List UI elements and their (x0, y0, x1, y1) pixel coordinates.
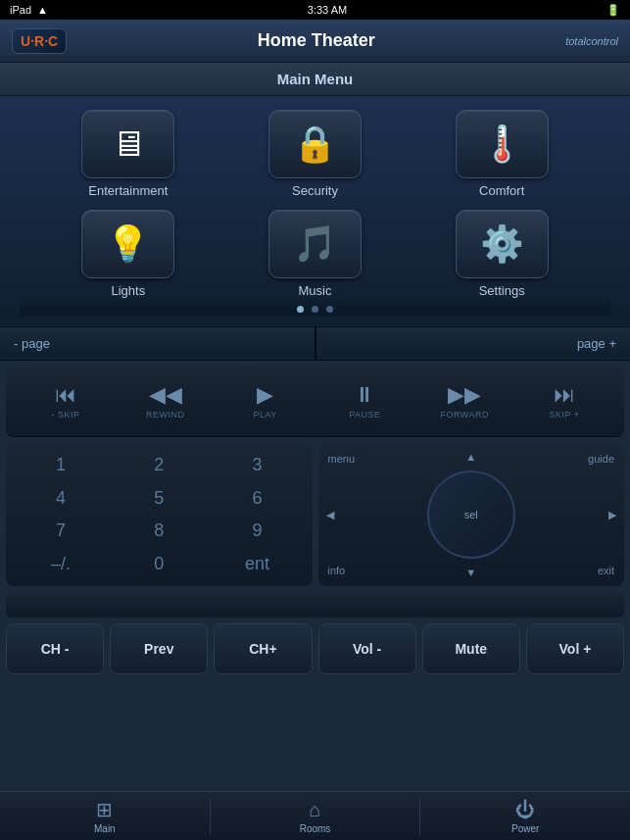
skip-fwd-label: SKIP + (550, 410, 580, 420)
ch-plus-button[interactable]: CH+ (214, 623, 312, 674)
num-dash[interactable]: –/. (14, 550, 108, 579)
dpad-sel-label: sel (464, 509, 478, 520)
lights-icon: 💡 (106, 223, 150, 265)
wifi-icon: ▲ (37, 4, 48, 16)
comfort-icon-box: 🌡️ (456, 110, 549, 178)
power-nav-label: Power (511, 823, 539, 834)
settings-icon: ⚙️ (480, 223, 524, 265)
dot-3[interactable] (326, 306, 333, 313)
entertainment-icon-box: 🖥 (81, 110, 174, 178)
music-icon: 🎵 (293, 223, 337, 265)
dpad-guide-button[interactable]: guide (588, 453, 614, 465)
dpad-exit-label: exit (598, 565, 614, 576)
dpad-guide-label: guide (588, 453, 614, 465)
grid-container: 🖥 Entertainment 🔒 Security 🌡️ Comfort 💡 … (0, 96, 630, 327)
grid-item-music[interactable]: 🎵 Music (227, 210, 403, 298)
nav-main[interactable]: ⊞ Main (0, 792, 210, 840)
play-icon: ▶ (257, 384, 273, 406)
nav-rooms[interactable]: ⌂ Rooms (211, 792, 420, 840)
music-label: Music (299, 283, 332, 298)
dpad-sel-button[interactable]: sel (427, 470, 515, 559)
skip-fwd-icon: ⏭ (554, 384, 575, 406)
vol-plus-button[interactable]: Vol + (526, 623, 624, 674)
mute-button[interactable]: Mute (422, 623, 520, 674)
dpad-right-icon: ▶ (608, 509, 616, 521)
num-8[interactable]: 8 (112, 517, 206, 546)
comfort-label: Comfort (479, 183, 524, 198)
main-menu-label: Main Menu (0, 63, 630, 96)
num-1[interactable]: 1 (14, 451, 108, 480)
skip-fwd-button[interactable]: ⏭ SKIP + (514, 384, 614, 420)
header-title: Home Theater (258, 30, 375, 51)
dpad-exit-button[interactable]: exit (598, 565, 614, 576)
dpad-info-label: info (328, 565, 346, 576)
status-left: iPad ▲ (10, 4, 48, 16)
rooms-nav-icon: ⌂ (309, 799, 320, 821)
prev-page-button[interactable]: - page (0, 327, 315, 360)
lights-icon-box: 💡 (81, 210, 174, 278)
rewind-icon: ◀◀ (149, 384, 182, 406)
page-dots (20, 298, 610, 317)
time-label: 3:33 AM (308, 4, 347, 16)
forward-icon: ▶▶ (448, 384, 481, 406)
play-button[interactable]: ▶ PLAY (216, 384, 315, 420)
num-4[interactable]: 4 (14, 484, 108, 514)
icon-grid: 🖥 Entertainment 🔒 Security 🌡️ Comfort 💡 … (41, 110, 590, 298)
music-icon-box: 🎵 (268, 210, 362, 278)
rewind-label: REWIND (146, 410, 185, 420)
dot-2[interactable] (312, 306, 318, 313)
dpad-menu-button[interactable]: menu (328, 453, 356, 465)
ch-vol-buttons: CH - Prev CH+ Vol - Mute Vol + (0, 618, 630, 674)
header: U·R·C Home Theater totalcontrol (0, 20, 630, 63)
num-ent[interactable]: ent (210, 550, 304, 579)
dpad-down-icon: ▼ (465, 567, 476, 578)
bottom-nav: ⊞ Main ⌂ Rooms ⏻ Power (0, 791, 630, 840)
num-0[interactable]: 0 (112, 550, 206, 579)
play-label: PLAY (253, 410, 276, 420)
num-6[interactable]: 6 (210, 484, 304, 514)
dpad-up-button[interactable]: ▲ (465, 451, 476, 463)
logo-text: U·R·C (21, 33, 58, 49)
ch-minus-button[interactable]: CH - (6, 623, 104, 674)
dpad-left-button[interactable]: ◀ (326, 509, 334, 521)
status-bar: iPad ▲ 3:33 AM 🔋 (0, 0, 630, 20)
dpad-right-button[interactable]: ▶ (608, 509, 616, 521)
security-icon-box: 🔒 (268, 110, 362, 178)
num-7[interactable]: 7 (14, 517, 108, 546)
vol-minus-button[interactable]: Vol - (318, 623, 416, 674)
dpad-up-icon: ▲ (465, 451, 476, 463)
nav-power[interactable]: ⏻ Power (420, 792, 630, 840)
prev-button[interactable]: Prev (110, 623, 208, 674)
input-bar (6, 592, 624, 618)
carrier-label: iPad (10, 4, 31, 16)
grid-item-settings[interactable]: ⚙️ Settings (414, 210, 590, 298)
security-label: Security (292, 183, 338, 198)
logo: U·R·C (12, 28, 67, 54)
entertainment-icon: 🖥 (111, 124, 146, 165)
rooms-nav-label: Rooms (300, 823, 331, 834)
settings-icon-box: ⚙️ (456, 210, 549, 278)
num-3[interactable]: 3 (210, 451, 304, 480)
pause-icon: ⏸ (354, 384, 375, 406)
entertainment-label: Entertainment (88, 183, 168, 198)
skip-back-button[interactable]: ⏮ - SKIP (16, 384, 116, 420)
dpad-info-button[interactable]: info (328, 565, 346, 576)
transport-controls: ⏮ - SKIP ◀◀ REWIND ▶ PLAY ⏸ PAUSE ▶▶ FOR… (6, 367, 624, 437)
numpad: 1 2 3 4 5 6 7 8 9 –/. 0 ent (6, 443, 313, 586)
grid-item-security[interactable]: 🔒 Security (227, 110, 403, 198)
grid-item-lights[interactable]: 💡 Lights (41, 210, 217, 298)
forward-button[interactable]: ▶▶ FORWARD (414, 384, 514, 420)
rewind-button[interactable]: ◀◀ REWIND (116, 384, 216, 420)
grid-item-comfort[interactable]: 🌡️ Comfort (414, 110, 590, 198)
grid-item-entertainment[interactable]: 🖥 Entertainment (41, 110, 217, 198)
num-9[interactable]: 9 (210, 517, 304, 546)
lights-label: Lights (111, 283, 145, 298)
num-5[interactable]: 5 (112, 484, 206, 514)
next-page-button[interactable]: page + (316, 327, 631, 360)
num-2[interactable]: 2 (112, 451, 206, 480)
pause-button[interactable]: ⏸ PAUSE (315, 384, 414, 420)
dot-1[interactable] (297, 306, 304, 313)
dpad-down-button[interactable]: ▼ (465, 567, 476, 578)
forward-label: FORWARD (440, 410, 489, 420)
main-nav-label: Main (94, 823, 116, 834)
